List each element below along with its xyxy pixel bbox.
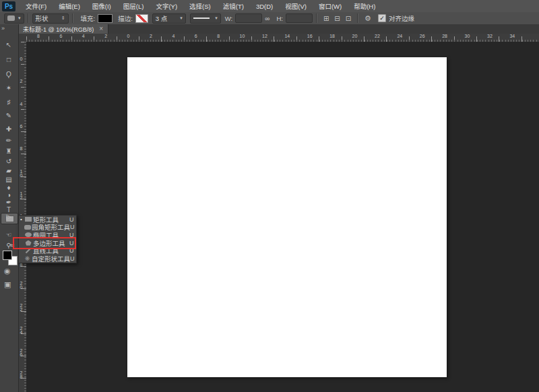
h-ruler-label: 8 [217, 34, 220, 38]
rect-icon [24, 217, 33, 222]
lasso-tool[interactable]: Ϙ [0, 69, 18, 79]
link-dimensions-icon[interactable]: ∞ [265, 15, 270, 22]
h-ruler-label: 18 [329, 34, 335, 38]
screen-mode-icon[interactable]: ▣ [4, 280, 11, 289]
clone-stamp-tool[interactable]: ♜ [0, 145, 18, 156]
zoom-tool[interactable]: ⚲ [0, 240, 18, 251]
photoshop-window: Ps 文件(F)编辑(E)图像(I)图层(L)文字(Y)选择(S)滤镜(T)3D… [0, 0, 539, 392]
separator [357, 13, 358, 23]
line-icon [24, 250, 33, 251]
menu-item-9[interactable]: 窗口(W) [313, 0, 348, 12]
document-tab[interactable]: 未标题-1 @ 100%(RGB/8) × [18, 24, 108, 34]
h-ruler-label: 2 [104, 34, 107, 38]
brush-tool[interactable]: ✏ [0, 135, 18, 145]
quick-selection-tool[interactable]: ✶ [0, 82, 18, 93]
crop-tool[interactable]: ♯ [0, 96, 18, 107]
pasteboard [26, 42, 539, 392]
h-ruler-label: 8 [37, 34, 40, 38]
tool-preset-picker[interactable]: ▾ [4, 13, 24, 24]
path-selection-tool[interactable]: ▷ [0, 211, 18, 222]
ellipse-icon [24, 232, 33, 237]
menu-item-1[interactable]: 编辑(E) [53, 0, 86, 12]
stroke-style-preview [193, 18, 210, 19]
h-ruler-label: 6 [195, 34, 197, 38]
separator [28, 13, 29, 23]
path-arrangement-icon[interactable]: ⊡ [346, 15, 351, 22]
shortcut-label: U [69, 247, 76, 254]
quick-mask-icon[interactable]: ◉ [4, 267, 11, 275]
rectangular-marquee-tool[interactable]: □ [0, 54, 18, 65]
v-ruler-label: 8 [19, 146, 24, 150]
h-ruler-label: 0 [127, 34, 130, 38]
foreground-color-swatch[interactable] [3, 251, 12, 260]
shortcut-label: U [69, 216, 76, 223]
document-tab-title: 未标题-1 @ 100%(RGB/8) [23, 25, 94, 34]
move-tool[interactable]: ↖ [0, 39, 18, 50]
path-operations-icon[interactable]: ⊞ [323, 15, 329, 22]
v-ruler-label: 20 [19, 281, 24, 289]
document-tab-bar: 未标题-1 @ 100%(RGB/8) × [0, 24, 539, 34]
hand-tool[interactable]: ☜ [0, 229, 18, 240]
menu-item-6[interactable]: 滤镜(T) [217, 0, 250, 12]
healing-brush-tool[interactable]: ✚ [0, 123, 18, 134]
menu-items: 文件(F)编辑(E)图像(I)图层(L)文字(Y)选择(S)滤镜(T)3D(D)… [20, 0, 381, 12]
h-ruler-label: 34 [509, 34, 515, 38]
h-ruler-label: 26 [420, 34, 425, 38]
h-ruler-label: 14 [284, 34, 290, 38]
path-alignment-icon[interactable]: ⊟ [334, 15, 340, 22]
fill-color-swatch[interactable] [98, 14, 113, 23]
flyout-item-label: 自定形状工具 [32, 254, 70, 263]
stroke-style-dropdown[interactable]: ▾ [190, 13, 221, 24]
separator [72, 13, 73, 23]
tool-preset-icon [7, 15, 15, 21]
menu-bar: Ps 文件(F)编辑(E)图像(I)图层(L)文字(Y)选择(S)滤镜(T)3D… [0, 0, 539, 13]
menu-item-8[interactable]: 视图(V) [279, 0, 313, 12]
menu-item-5[interactable]: 选择(S) [183, 0, 217, 12]
shape-width-input[interactable] [235, 13, 262, 23]
align-edges-label: 对齐边缘 [389, 13, 414, 23]
custom-shape-icon: ❋ [23, 255, 32, 262]
v-ruler-label: 10 [19, 169, 24, 177]
v-ruler-label: 26 [19, 348, 24, 356]
menu-item-7[interactable]: 3D(D) [250, 0, 279, 12]
collapse-toolbox-icon[interactable]: » [1, 25, 5, 32]
eyedropper-tool[interactable]: ✎ [0, 110, 18, 121]
h-ruler-label: 4 [82, 34, 85, 38]
h-ruler-label: 28 [442, 34, 447, 38]
h-ruler-label: 16 [307, 34, 313, 38]
close-icon[interactable]: × [99, 26, 103, 32]
v-ruler-label: 4 [19, 102, 24, 106]
menu-item-3[interactable]: 图层(L) [117, 0, 150, 12]
v-ruler-label: 6 [19, 124, 24, 128]
v-ruler-label: 24 [19, 326, 24, 334]
h-ruler-label: 22 [375, 34, 380, 38]
menu-item-2[interactable]: 图像(I) [86, 0, 117, 12]
shape-height-input[interactable] [286, 13, 313, 23]
chevron-down-icon: ▾ [18, 15, 21, 21]
menu-item-0[interactable]: 文件(F) [20, 0, 53, 12]
toolbox: » ⇆ ◉ ▣ ↖□Ϙ✶♯✎✚✏♜↺▰▤♦◑✒T▷☜⚲ [0, 24, 19, 392]
align-edges-checkbox[interactable]: ✓ [378, 14, 386, 22]
stroke-width-field[interactable]: 3 点 ▾ [152, 13, 186, 24]
stroke-color-swatch[interactable] [135, 14, 148, 23]
h-ruler-label: 2 [150, 34, 152, 38]
shortcut-label: U [70, 255, 76, 262]
shape-tool-flyout-menu: •矩形工具U圆角矩形工具U椭圆工具U多边形工具U直线工具U❋自定形状工具U [18, 215, 77, 263]
h-ruler-label: 32 [487, 34, 493, 38]
height-label: H: [276, 15, 283, 22]
width-label: W: [225, 15, 232, 22]
menu-item-4[interactable]: 文字(Y) [150, 0, 183, 12]
h-ruler-label: 20 [352, 34, 358, 38]
gear-icon[interactable]: ⚙ [364, 14, 371, 23]
document-canvas[interactable] [127, 57, 447, 377]
fill-label: 填充: [81, 13, 96, 23]
v-ruler-label: 22 [19, 303, 24, 311]
chevron-down-icon: ▾ [180, 15, 183, 21]
h-ruler-label: 4 [172, 34, 175, 38]
stroke-width-value: 3 点 [156, 13, 167, 23]
tool-mode-dropdown[interactable]: 形状 ⇕ [32, 13, 69, 24]
separator [316, 13, 317, 23]
flyout-item-custom-shape[interactable]: ❋自定形状工具U [19, 255, 76, 263]
h-ruler-label: 24 [397, 34, 402, 38]
menu-item-10[interactable]: 帮助(H) [348, 0, 381, 12]
